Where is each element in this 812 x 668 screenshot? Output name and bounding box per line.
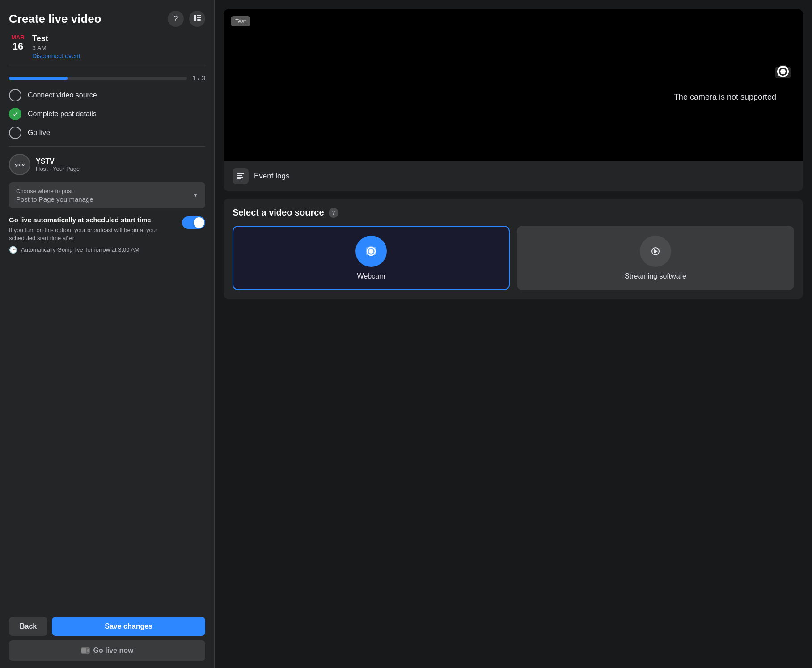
video-preview-card: Test The camera is not supported	[224, 9, 803, 191]
left-header: Create live video ?	[0, 0, 214, 34]
step-label-post: Complete post details	[28, 110, 97, 118]
event-month: MAR	[11, 34, 25, 41]
auto-live-row: Go live automatically at scheduled start…	[9, 216, 205, 242]
event-logs-bar[interactable]: Event logs	[224, 161, 803, 191]
camera-live-icon	[81, 647, 90, 654]
right-panel: Test The camera is not supported	[215, 0, 812, 668]
dropdown-arrow-icon: ▼	[193, 192, 198, 199]
question-icon: ?	[174, 15, 178, 23]
step-circle-connect	[9, 89, 21, 101]
video-preview-label: Test	[231, 16, 250, 26]
post-destination-dropdown[interactable]: Choose where to post Post to Page you ma…	[9, 182, 205, 208]
step-item-golive: Go live	[9, 127, 205, 139]
event-time: 3 AM	[32, 44, 80, 51]
step-item-connect: Connect video source	[9, 89, 205, 101]
svg-rect-2	[197, 17, 201, 18]
video-source-heading: Select a video source	[233, 207, 324, 218]
header-icons: ?	[168, 11, 205, 27]
video-preview: Test The camera is not supported	[224, 9, 803, 161]
schedule-info: 🕒 Automatically Going live Tomorrow at 3…	[9, 246, 205, 254]
svg-rect-8	[237, 177, 243, 178]
auto-live-toggle[interactable]	[182, 216, 205, 229]
auto-live-title: Go live automatically at scheduled start…	[9, 216, 177, 224]
schedule-note: Automatically Going live Tomorrow at 3:0…	[21, 246, 140, 253]
sidebar-toggle-button[interactable]	[189, 11, 205, 27]
event-logs-icon	[233, 168, 249, 184]
progress-bar-track	[9, 77, 187, 80]
webcam-icon-circle	[355, 236, 387, 267]
step-circle-post: ✓	[9, 108, 21, 120]
host-avatar-inner: ystv	[10, 155, 30, 174]
auto-live-section: Go live automatically at scheduled start…	[0, 216, 214, 261]
post-destination-text: Choose where to post Post to Page you ma…	[16, 188, 93, 203]
host-info: YSTV Host - Your Page	[36, 157, 80, 172]
event-name: Test	[32, 34, 80, 43]
host-role: Host - Your Page	[36, 165, 80, 172]
post-destination-label: Choose where to post	[16, 188, 93, 194]
video-source-help-icon[interactable]: ?	[329, 208, 338, 218]
disconnect-event-link[interactable]: Disconnect event	[32, 52, 80, 59]
left-panel: Create live video ? MAR 16	[0, 0, 215, 668]
video-source-title: Select a video source ?	[233, 207, 794, 218]
event-logs-label: Event logs	[254, 172, 289, 181]
svg-rect-9	[237, 178, 241, 179]
save-changes-button[interactable]: Save changes	[52, 617, 205, 636]
camera-not-supported-text: The camera is not supported	[674, 93, 776, 102]
progress-bar-fill	[9, 77, 68, 80]
svg-rect-0	[194, 15, 196, 21]
back-button[interactable]: Back	[9, 617, 47, 636]
toggle-knob	[194, 217, 204, 228]
page-title: Create live video	[9, 12, 102, 26]
host-avatar: ystv	[9, 154, 30, 175]
sidebar-icon	[193, 14, 201, 24]
streaming-software-label: Streaming software	[625, 272, 686, 280]
progress-section: 1 / 3 Connect video source ✓ Complete po…	[0, 74, 214, 146]
svg-rect-4	[81, 648, 86, 653]
clock-icon: 🕒	[9, 246, 17, 254]
divider-1	[9, 67, 205, 67]
go-live-now-label: Go live now	[93, 647, 134, 655]
source-option-streaming[interactable]: Streaming software	[517, 226, 794, 290]
event-section: MAR 16 Test 3 AM Disconnect event	[0, 34, 214, 67]
source-options: Webcam Streaming software	[233, 226, 794, 290]
go-live-now-button[interactable]: Go live now	[9, 640, 205, 661]
progress-bar-container: 1 / 3	[9, 74, 205, 82]
step-label-connect: Connect video source	[28, 91, 97, 99]
webcam-label: Webcam	[357, 272, 385, 280]
auto-live-text: Go live automatically at scheduled start…	[9, 216, 177, 242]
step-circle-golive	[9, 127, 21, 139]
progress-label: 1 / 3	[192, 74, 205, 82]
svg-rect-3	[197, 19, 201, 21]
streaming-icon-circle	[640, 236, 671, 267]
event-info: Test 3 AM Disconnect event	[32, 34, 80, 59]
post-destination-value: Post to Page you manage	[16, 195, 93, 203]
camera-not-supported-icon	[772, 61, 794, 88]
step-label-golive: Go live	[28, 129, 50, 137]
btn-row-main: Back Save changes	[9, 617, 205, 636]
video-source-card: Select a video source ? Webcam	[224, 199, 803, 299]
svg-rect-7	[237, 175, 242, 176]
host-name: YSTV	[36, 157, 80, 165]
steps-list: Connect video source ✓ Complete post det…	[9, 89, 205, 139]
event-date: MAR 16	[9, 34, 27, 52]
svg-rect-6	[237, 173, 244, 174]
host-section: ystv YSTV Host - Your Page	[0, 154, 214, 182]
svg-rect-1	[197, 15, 201, 16]
bottom-buttons: Back Save changes Go live now	[0, 610, 214, 668]
source-option-webcam[interactable]: Webcam	[233, 226, 510, 290]
help-button[interactable]: ?	[168, 11, 184, 27]
divider-2	[9, 146, 205, 147]
auto-live-desc: If you turn on this option, your broadca…	[9, 226, 177, 242]
step-item-post: ✓ Complete post details	[9, 108, 205, 120]
event-day: 16	[13, 41, 23, 52]
